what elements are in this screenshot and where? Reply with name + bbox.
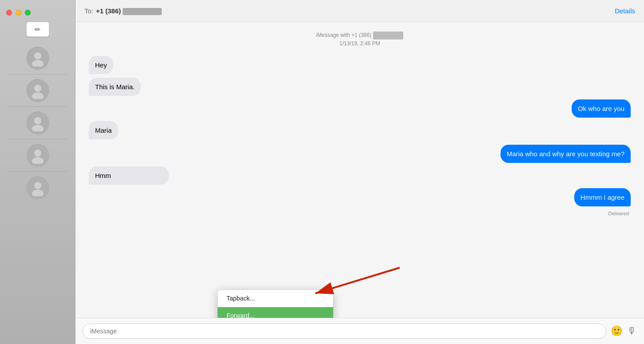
menu-item-tapback[interactable]: Tapback... bbox=[218, 290, 333, 307]
svg-point-4 bbox=[34, 117, 41, 124]
bubble-6: Hmmotten the wrong # bbox=[89, 166, 169, 185]
bubble-5-text: Maria who and why are you texting me? bbox=[507, 150, 624, 158]
sidebar: ✏ bbox=[0, 0, 76, 344]
context-menu-section: Maria Tapback... bbox=[89, 121, 631, 141]
avatar-contact-2 bbox=[26, 79, 49, 102]
bubble-1-text: Hey bbox=[95, 61, 107, 69]
bubble-4-text: Maria bbox=[95, 127, 112, 134]
conversation-header-bar: To: +1 (386) ███-████ Details bbox=[76, 0, 644, 22]
traffic-light-minimize[interactable] bbox=[16, 10, 21, 16]
delivered-status: Delivered bbox=[89, 211, 631, 216]
sidebar-item-contact-5[interactable] bbox=[0, 172, 75, 204]
message-row-7: Hmmm I agree bbox=[89, 188, 631, 206]
bubble-3-text: Ok who are you bbox=[578, 105, 624, 112]
bubble-6-hidden: otten the wrong # bbox=[111, 172, 163, 179]
sidebar-item-contact-1[interactable] bbox=[0, 42, 75, 74]
microphone-icon[interactable]: 🎙 bbox=[627, 325, 637, 337]
svg-point-1 bbox=[32, 60, 44, 67]
message-row-5: Maria who and why are you texting me? bbox=[89, 145, 631, 163]
avatar-contact-5 bbox=[26, 176, 49, 199]
svg-point-8 bbox=[34, 182, 41, 189]
bubble-3: Ok who are you bbox=[572, 99, 631, 118]
bubble-6-text: Hmm bbox=[95, 172, 111, 179]
menu-item-forward-label: Forward... bbox=[227, 312, 254, 318]
bubble-5: Maria who and why are you texting me? bbox=[501, 145, 631, 163]
recipient-phone: +1 (386) ███-████ bbox=[96, 7, 162, 15]
to-label: To: bbox=[84, 7, 93, 15]
recipient-info: To: +1 (386) ███-████ bbox=[84, 7, 162, 15]
svg-point-2 bbox=[34, 85, 41, 92]
svg-point-3 bbox=[32, 92, 44, 99]
details-button[interactable]: Details bbox=[615, 7, 635, 15]
message-row-1: Hey bbox=[89, 56, 631, 74]
message-row-6: Hmmotten the wrong # bbox=[89, 166, 631, 185]
conversation-meta: iMessage with +1 (386) ███-██ 1/13/19, 2… bbox=[89, 31, 631, 48]
svg-point-5 bbox=[32, 125, 44, 131]
context-menu: Tapback... Forward... Copy Delete... Ser… bbox=[218, 290, 333, 318]
emoji-icon[interactable]: 🙂 bbox=[611, 325, 623, 337]
message-row-2: This is Maria. bbox=[89, 78, 631, 96]
bubble-7-text: Hmmm I agree bbox=[580, 194, 624, 201]
number-redacted: ███-██ bbox=[373, 32, 404, 40]
compose-button[interactable]: ✏ bbox=[26, 22, 49, 37]
avatar-contact-4 bbox=[26, 144, 49, 167]
sidebar-item-contact-4[interactable] bbox=[0, 139, 75, 171]
compose-icon: ✏ bbox=[35, 25, 40, 34]
svg-point-7 bbox=[32, 157, 44, 164]
svg-point-0 bbox=[34, 52, 41, 59]
sidebar-top: ✏ bbox=[0, 18, 75, 42]
bubble-1: Hey bbox=[89, 56, 113, 74]
main-panel: To: +1 (386) ███-████ Details iMessage w… bbox=[76, 0, 644, 344]
menu-item-tapback-label: Tapback... bbox=[227, 295, 255, 302]
avatar-contact-1 bbox=[26, 47, 49, 70]
message-input[interactable] bbox=[83, 324, 606, 339]
traffic-light-close[interactable] bbox=[6, 10, 12, 16]
conversation-timestamp: 1/13/19, 2:46 PM bbox=[89, 40, 631, 48]
message-row-4: Maria bbox=[89, 121, 631, 139]
bubble-2: This is Maria. bbox=[89, 78, 141, 96]
sidebar-item-contact-3[interactable] bbox=[0, 107, 75, 139]
svg-point-9 bbox=[32, 190, 44, 196]
traffic-light-maximize[interactable] bbox=[25, 10, 31, 16]
sidebar-item-contact-2[interactable] bbox=[0, 75, 75, 107]
message-row-3: Ok who are you bbox=[89, 99, 631, 118]
bubble-4: Maria bbox=[89, 121, 118, 139]
phone-redacted: ███-████ bbox=[123, 8, 162, 15]
bubble-7: Hmmm I agree bbox=[574, 188, 631, 206]
context-menu-box: Tapback... Forward... Copy Delete... Ser… bbox=[218, 290, 333, 318]
delivered-label-text: Delivered bbox=[608, 211, 629, 216]
messages-area: iMessage with +1 (386) ███-██ 1/13/19, 2… bbox=[76, 22, 644, 318]
input-bar: 🙂 🎙 bbox=[76, 318, 644, 344]
imessage-with-label: iMessage with +1 (386) ███-██ bbox=[89, 31, 631, 40]
svg-point-6 bbox=[34, 150, 41, 157]
bubble-2-text: This is Maria. bbox=[95, 83, 135, 91]
avatar-contact-3 bbox=[26, 111, 49, 134]
menu-item-forward[interactable]: Forward... bbox=[218, 307, 333, 318]
